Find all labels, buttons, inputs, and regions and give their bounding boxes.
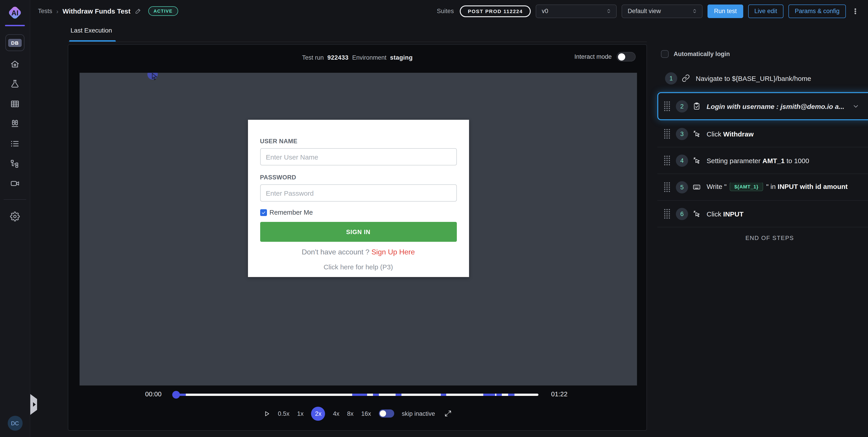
scrubber-knob[interactable] bbox=[172, 391, 180, 399]
interact-mode-label: Interact mode bbox=[575, 53, 612, 60]
grid-icon bbox=[10, 103, 20, 110]
scrubber-track[interactable] bbox=[174, 394, 538, 396]
breadcrumb-tests-link[interactable]: Tests bbox=[38, 8, 52, 14]
steps-panel: Automatically login 1 Navigate to ${BASE… bbox=[657, 44, 868, 248]
skip-inactive-toggle[interactable] bbox=[379, 409, 394, 417]
cursor-click-icon bbox=[692, 156, 701, 164]
environment-value: staging bbox=[390, 54, 413, 61]
run-test-button[interactable]: Run test bbox=[708, 4, 743, 18]
main-area: Tests › Withdraw Funds Test ACTIVE Suite… bbox=[30, 0, 868, 437]
workspace-switcher[interactable]: DB bbox=[5, 34, 24, 51]
automatically-login-checkbox[interactable] bbox=[661, 50, 669, 58]
speed-option-1x[interactable]: 1x bbox=[297, 410, 304, 417]
flask-icon bbox=[10, 84, 20, 90]
username-label: USER NAME bbox=[260, 138, 457, 145]
step-text: Login with username : jsmith@demo.io a..… bbox=[707, 102, 844, 110]
user-avatar[interactable]: DC bbox=[7, 416, 22, 431]
live-edit-button[interactable]: Live edit bbox=[748, 4, 783, 18]
sidebar-item-results-list[interactable] bbox=[10, 139, 20, 149]
toggle-knob bbox=[618, 53, 625, 60]
step-number: 6 bbox=[676, 208, 688, 220]
execution-player: Test run 922433 Environment staging Inte… bbox=[68, 44, 647, 431]
version-select[interactable]: v0 bbox=[536, 4, 617, 18]
sidebar-item-home[interactable] bbox=[10, 59, 20, 69]
sign-up-link[interactable]: Sign Up Here bbox=[371, 248, 415, 256]
speed-option-16x[interactable]: 16x bbox=[361, 410, 371, 417]
edit-title-pencil-icon[interactable] bbox=[134, 8, 141, 14]
suites-label: Suites bbox=[437, 8, 454, 14]
gear-icon bbox=[10, 216, 20, 223]
play-icon[interactable] bbox=[263, 410, 270, 417]
sidebar-item-tests[interactable] bbox=[10, 79, 20, 89]
drag-handle-icon[interactable] bbox=[663, 208, 671, 219]
sidebar-item-recordings[interactable] bbox=[10, 179, 20, 188]
topbar-actions: Suites POST PROD 112224 v0 Default view … bbox=[437, 4, 859, 18]
workspace-badge: DB bbox=[8, 39, 22, 47]
step-row[interactable]: 4 Setting parameter AMT_1 to 1000 bbox=[657, 147, 868, 174]
video-scrubber: 00:00 01:22 bbox=[68, 385, 647, 404]
help-link[interactable]: Click here for help (P3) bbox=[260, 263, 457, 271]
collapse-arrow-icon bbox=[33, 402, 35, 407]
breadcrumb-separator: › bbox=[56, 7, 58, 15]
step-row[interactable]: 2 Login with username : jsmith@demo.io a… bbox=[657, 92, 868, 120]
step-row[interactable]: 6 Click INPUT bbox=[657, 201, 868, 227]
step-number: 3 bbox=[676, 128, 688, 140]
automatically-login-label: Automatically login bbox=[674, 51, 730, 57]
view-select[interactable]: Default view bbox=[622, 4, 703, 18]
interact-mode-control: Interact mode bbox=[575, 52, 636, 61]
speed-option-8x[interactable]: 8x bbox=[347, 410, 353, 417]
end-of-steps: END OF STEPS bbox=[657, 227, 868, 248]
sidebar-item-test-runs[interactable] bbox=[10, 119, 20, 129]
sign-in-button[interactable]: SIGN IN bbox=[260, 222, 457, 242]
remember-me-label: Remember Me bbox=[270, 209, 313, 216]
more-options-kebab-icon[interactable] bbox=[852, 7, 859, 15]
speed-option-0.5x[interactable]: 0.5x bbox=[278, 410, 289, 417]
activity-segment bbox=[496, 394, 502, 396]
bank-login-card: USER NAME PASSWORD Remember Me SIGN IN D… bbox=[248, 120, 469, 277]
step-row[interactable]: 3 Click Withdraw bbox=[657, 121, 868, 147]
step-row[interactable]: 1 Navigate to ${BASE_URL}/bank/home bbox=[657, 65, 868, 92]
remember-me-checkbox[interactable] bbox=[260, 209, 267, 216]
status-badge: ACTIVE bbox=[148, 6, 178, 16]
video-frame[interactable]: Digital Bank USER NAME PASSWORD Remember… bbox=[80, 73, 637, 385]
updown-chevron-icon bbox=[692, 8, 698, 14]
keyboard-icon bbox=[692, 183, 701, 191]
remember-me-row: Remember Me bbox=[260, 209, 457, 216]
time-total: 01:22 bbox=[551, 391, 567, 398]
parameter-chip: ${AMT_1} bbox=[730, 183, 763, 191]
params-config-button[interactable]: Params & config bbox=[788, 4, 846, 18]
app-logo-icon[interactable]: AI bbox=[7, 4, 23, 22]
tab-last-execution[interactable]: Last Execution bbox=[70, 27, 112, 34]
drag-handle-icon[interactable] bbox=[663, 101, 671, 112]
sidebar-item-flows[interactable] bbox=[10, 159, 20, 168]
view-select-value: Default view bbox=[628, 8, 661, 14]
home-icon bbox=[10, 64, 20, 70]
password-input[interactable] bbox=[260, 184, 457, 201]
activity-segment bbox=[373, 394, 379, 396]
chevron-down-icon[interactable] bbox=[852, 102, 860, 110]
speed-option-2x[interactable]: 2x bbox=[311, 406, 325, 420]
fullscreen-icon[interactable] bbox=[445, 410, 452, 417]
drag-handle-icon[interactable] bbox=[663, 128, 671, 139]
interact-mode-toggle[interactable] bbox=[617, 52, 636, 61]
test-runs-icon bbox=[10, 123, 20, 130]
step-text: Click INPUT bbox=[707, 210, 743, 218]
steps-panel-header: Automatically login bbox=[657, 44, 868, 63]
suite-pill-button[interactable]: POST PROD 112224 bbox=[460, 5, 531, 17]
step-row[interactable]: 5 Write " ${AMT_1} " in INPUT with id am… bbox=[657, 174, 868, 201]
sidebar-nav bbox=[10, 59, 20, 188]
drag-handle-icon[interactable] bbox=[663, 155, 671, 166]
recorded-cursor-icon bbox=[147, 73, 159, 83]
sidebar-item-suites[interactable] bbox=[10, 99, 20, 109]
step-text: Click Withdraw bbox=[707, 130, 754, 137]
breadcrumb: Tests › Withdraw Funds Test ACTIVE bbox=[38, 6, 178, 16]
drag-handle-icon[interactable] bbox=[663, 182, 671, 192]
cursor-click-icon bbox=[692, 210, 701, 218]
activity-segment bbox=[396, 394, 401, 396]
username-input[interactable] bbox=[260, 148, 457, 165]
activity-segment bbox=[352, 394, 367, 396]
speed-option-4x[interactable]: 4x bbox=[333, 410, 340, 417]
cursor-click-icon bbox=[692, 130, 701, 138]
sidebar-item-settings[interactable] bbox=[10, 212, 20, 221]
step-text: Setting parameter AMT_1 to 1000 bbox=[707, 157, 809, 164]
